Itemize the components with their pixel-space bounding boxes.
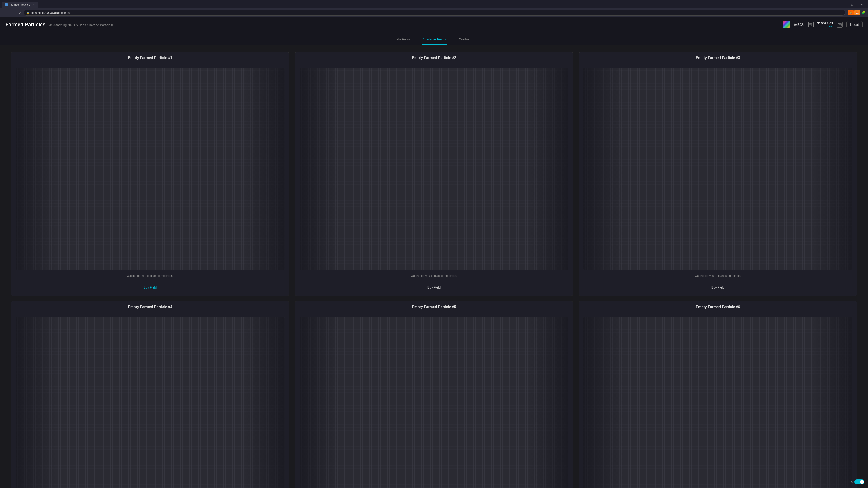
address-bar[interactable]: 🔒 localhost:3000/availablefields (24, 10, 845, 15)
tab-available-fields[interactable]: Available Fields (422, 35, 447, 45)
app-subtitle: Yield-farming NFTs built on Charged Part… (48, 23, 113, 27)
close-button[interactable]: ✕ (857, 2, 866, 8)
svg-point-1 (811, 25, 812, 25)
particle-image-5 (300, 317, 568, 488)
particle-image-3 (583, 68, 852, 269)
card-status-3: Waiting for you to plant some crops! (579, 274, 857, 281)
metamask-icon: 🦊 (855, 10, 860, 15)
buy-field-button-3[interactable]: Buy Field (706, 284, 730, 291)
cards-grid: Empty Farmed Particle #1 Waiting for you… (11, 52, 857, 488)
tab-title: Farmed Particles (9, 3, 30, 6)
wallet-balance: $10529.81 (817, 21, 833, 25)
tab-close-button[interactable]: ✕ (32, 3, 35, 6)
browser-chrome: Farmed Particles ✕ + — □ ✕ ‹ › ↻ 🔒 local… (0, 0, 868, 18)
active-tab[interactable]: Farmed Particles ✕ (2, 2, 38, 8)
tab-contract[interactable]: Contract (458, 35, 473, 45)
logout-button[interactable]: logout (846, 21, 863, 28)
particle-card-2: Empty Farmed Particle #2 Waiting for you… (295, 52, 573, 296)
toggle-switch[interactable] (855, 480, 864, 484)
wallet-address: 0xBC8f (794, 23, 804, 26)
nav-tabs: My Farm Available Fields Contract (0, 32, 868, 45)
bottom-right-controls: € (851, 480, 864, 484)
card-title-2: Empty Farmed Particle #2 (295, 52, 573, 63)
network-label: kovan (827, 25, 833, 28)
tab-my-farm[interactable]: My Farm (396, 35, 411, 45)
particle-card-3: Empty Farmed Particle #3 Waiting for you… (579, 52, 857, 296)
tab-bar: Farmed Particles ✕ + — □ ✕ (0, 0, 868, 8)
wallet-avatar (783, 21, 790, 28)
svg-rect-0 (809, 24, 812, 26)
extensions-area: 🦁 🦊 🧩 (848, 10, 866, 15)
card-status-1: Waiting for you to plant some crops! (11, 274, 289, 281)
card-image-area-1 (11, 63, 289, 274)
card-actions-3: Buy Field (579, 281, 857, 295)
address-text: localhost:3000/availablefields (31, 11, 70, 14)
toggle-knob (860, 480, 864, 484)
card-image-area-6 (579, 313, 857, 488)
buy-field-button-2[interactable]: Buy Field (422, 284, 446, 291)
card-image-area-4 (11, 313, 289, 488)
card-title-1: Empty Farmed Particle #1 (11, 52, 289, 63)
window-controls: — □ ✕ (838, 2, 866, 8)
particle-card-6: Empty Farmed Particle #6 Waiting for you… (579, 301, 857, 488)
back-button[interactable]: ‹ (2, 9, 8, 16)
buy-field-button-1[interactable]: Buy Field (138, 284, 162, 291)
brave-shield-icon: 🦁 (848, 10, 854, 15)
wallet-icon (808, 22, 813, 27)
particle-card-1: Empty Farmed Particle #1 Waiting for you… (11, 52, 289, 296)
address-bar-row: ‹ › ↻ 🔒 localhost:3000/availablefields 🦁… (0, 8, 868, 17)
logo-area: Farmed Particles Yield-farming NFTs buil… (5, 22, 113, 28)
particle-image-4 (16, 317, 285, 488)
wallet-info-group: $10529.81 kovan (817, 21, 833, 28)
particle-image-2 (300, 68, 568, 269)
app-title: Farmed Particles (5, 22, 45, 28)
puzzle-icon[interactable]: 🧩 (861, 10, 866, 15)
security-icon: 🔒 (26, 11, 30, 14)
refresh-button[interactable]: ↻ (16, 9, 23, 16)
maximize-button[interactable]: □ (848, 2, 857, 8)
card-title-6: Empty Farmed Particle #6 (579, 301, 857, 313)
minimize-button[interactable]: — (838, 2, 847, 8)
card-actions-2: Buy Field (295, 281, 573, 295)
card-image-area-3 (579, 63, 857, 274)
main-content: Empty Farmed Particle #1 Waiting for you… (0, 45, 868, 488)
card-actions-1: Buy Field (11, 281, 289, 295)
tab-favicon (4, 3, 8, 6)
header-right: 0xBC8f $10529.81 kovan logout (783, 21, 863, 28)
app-header: Farmed Particles Yield-farming NFTs buil… (0, 18, 868, 32)
currency-symbol: € (851, 480, 852, 484)
forward-button[interactable]: › (9, 9, 16, 16)
particle-card-5: Empty Farmed Particle #5 Waiting for you… (295, 301, 573, 488)
card-image-area-5 (295, 313, 573, 488)
card-title-4: Empty Farmed Particle #4 (11, 301, 289, 313)
particle-image-6 (583, 317, 852, 488)
card-image-area-2 (295, 63, 573, 274)
particle-card-4: Empty Farmed Particle #4 Waiting for you… (11, 301, 289, 488)
card-title-3: Empty Farmed Particle #3 (579, 52, 857, 63)
particle-image-1 (16, 68, 285, 269)
card-status-2: Waiting for you to plant some crops! (295, 274, 573, 281)
new-tab-button[interactable]: + (39, 2, 45, 8)
network-icon (837, 22, 843, 28)
card-title-5: Empty Farmed Particle #5 (295, 301, 573, 313)
